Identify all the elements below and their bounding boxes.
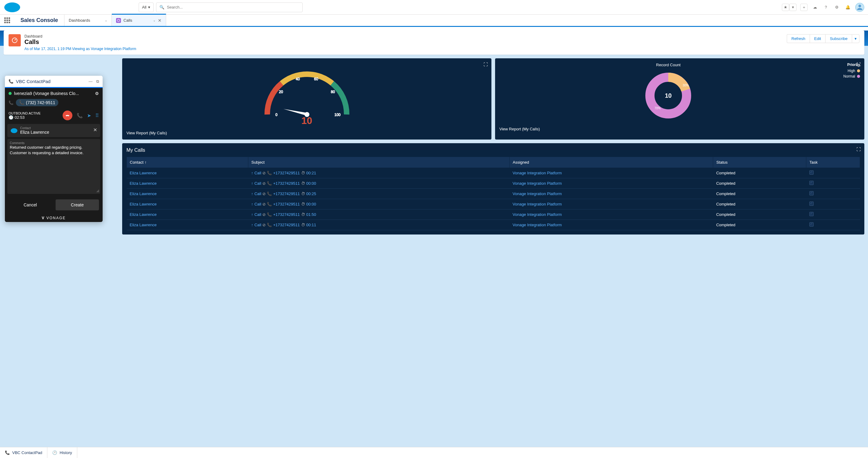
phone-icon: 📞: [5, 450, 10, 452]
cancel-button[interactable]: Cancel: [8, 199, 52, 210]
edit-button[interactable]: Edit: [810, 34, 825, 43]
utility-contactpad[interactable]: 📞 VBC ContactPad: [0, 447, 47, 452]
expand-icon[interactable]: ⛶: [484, 62, 488, 67]
chevron-down-icon[interactable]: ⌄: [153, 19, 155, 22]
status-cell: Completed: [713, 189, 806, 199]
add-icon[interactable]: ＋: [800, 4, 808, 11]
subject-cell[interactable]: ↑ Call ⊘📞+17327429511 ⏱ 00:00: [251, 181, 506, 186]
subject-cell[interactable]: ↑ Call ⊘📞+17327429511 ⏱ 00:11: [251, 223, 506, 227]
svg-point-2: [12, 4, 18, 9]
contact-link[interactable]: Eliza Lawrence: [130, 202, 157, 206]
search-scope[interactable]: All ▾: [139, 2, 154, 12]
contact-link[interactable]: Eliza Lawrence: [130, 212, 157, 217]
contact-link[interactable]: Eliza Lawrence: [130, 171, 157, 175]
contact-link[interactable]: Eliza Lawrence: [130, 191, 157, 196]
dialpad-icon[interactable]: ⠿: [95, 113, 99, 119]
svg-text:10: 10: [665, 92, 672, 99]
contactpad-panel: 📞 VBC ContactPad — ⧉ lvenezia9 (Vonage B…: [5, 76, 103, 222]
resize-handle-icon[interactable]: ◢: [96, 188, 99, 193]
call-status-label: OUTBOUND ACTIVE: [8, 111, 41, 115]
assigned-link[interactable]: Vonage Integration Platform: [513, 212, 562, 217]
table-header[interactable]: Contact ↑: [127, 157, 248, 168]
comments-box[interactable]: Comments Returned customer call regardin…: [7, 139, 100, 194]
minimize-icon[interactable]: —: [89, 79, 93, 84]
table-row: Eliza Lawrence↑ Call ⊘📞+17327429511 ⏱ 00…: [127, 189, 860, 199]
assigned-link[interactable]: Vonage Integration Platform: [513, 181, 562, 186]
more-actions-button[interactable]: ▾: [852, 34, 860, 43]
app-launcher-icon: [4, 18, 10, 23]
tab-dashboards[interactable]: Dashboards ⌄: [64, 15, 112, 26]
expand-icon[interactable]: ⛶: [857, 147, 861, 152]
svg-text:60: 60: [314, 77, 318, 81]
view-report-link[interactable]: View Report (My Calls): [499, 127, 860, 131]
expand-icon[interactable]: ⛶: [857, 62, 861, 67]
chevron-down-icon: ▾: [148, 5, 150, 9]
contact-link[interactable]: Eliza Lawrence: [130, 223, 157, 227]
comments-text[interactable]: Returned customer call regarding pricing…: [10, 145, 98, 156]
global-search[interactable]: 🔍: [156, 2, 303, 12]
setup-icon[interactable]: ☁: [811, 4, 818, 11]
page-meta: As of Mar 17, 2021, 1:19 PM·Viewing as V…: [25, 47, 136, 51]
assigned-link[interactable]: Vonage Integration Platform: [513, 191, 562, 196]
table-row: Eliza Lawrence↑ Call ⊘📞+17327429511 ⏱ 00…: [127, 220, 860, 230]
task-checkbox[interactable]: [809, 170, 814, 175]
status-cell: Completed: [713, 220, 806, 230]
assigned-link[interactable]: Vonage Integration Platform: [513, 202, 562, 206]
phone-number-pill[interactable]: 📞 (732) 742-9511: [16, 99, 58, 106]
phone-outline-icon: 📞: [8, 100, 13, 105]
view-report-link[interactable]: View Report (My Calls): [126, 131, 487, 135]
task-checkbox[interactable]: [809, 181, 814, 185]
gear-icon[interactable]: ⚙: [95, 91, 99, 96]
create-button[interactable]: Create: [56, 199, 99, 210]
subject-cell[interactable]: ↑ Call ⊘📞+17327429511 ⏱ 00:25: [251, 191, 506, 196]
table-header[interactable]: Status: [713, 157, 806, 168]
task-checkbox[interactable]: [809, 191, 814, 195]
assigned-link[interactable]: Vonage Integration Platform: [513, 171, 562, 175]
close-icon[interactable]: ✕: [158, 18, 161, 23]
popout-icon[interactable]: ⧉: [96, 79, 99, 84]
task-checkbox[interactable]: [809, 212, 814, 216]
app-launcher[interactable]: [0, 15, 14, 26]
chevron-down-icon[interactable]: ⌄: [93, 19, 107, 22]
subject-cell[interactable]: ↑ Call ⊘📞+17327429511 ⏱ 00:21: [251, 171, 506, 175]
close-icon[interactable]: ✕: [93, 127, 97, 133]
task-checkbox[interactable]: [809, 201, 814, 206]
table-header[interactable]: Subject: [248, 157, 509, 168]
comments-label: Comments: [10, 141, 98, 145]
svg-text:70%: 70%: [654, 106, 661, 110]
refresh-button[interactable]: Refresh: [787, 34, 810, 43]
subscribe-button[interactable]: Subscribe: [825, 34, 852, 43]
hangup-button[interactable]: [63, 110, 72, 120]
table-row: Eliza Lawrence↑ Call ⊘📞+17327429511 ⏱ 00…: [127, 199, 860, 209]
table-row: Eliza Lawrence↑ Call ⊘📞+17327429511 ⏱ 00…: [127, 178, 860, 189]
gauge-widget: ⛶ 0 20 40 60 80 100: [122, 58, 491, 139]
task-checkbox[interactable]: [809, 222, 814, 227]
call-timer: 🕐02:53: [8, 115, 41, 120]
dashboard-header-icon: [8, 34, 21, 46]
dashboard-icon: [116, 18, 121, 23]
favorites-dropdown-icon[interactable]: ▾: [789, 4, 797, 11]
table-header[interactable]: Assigned: [509, 157, 713, 168]
help-icon[interactable]: ?: [822, 4, 830, 11]
call-icon[interactable]: 📞: [77, 113, 83, 119]
table-header[interactable]: Task: [806, 157, 860, 168]
subject-cell[interactable]: ↑ Call ⊘📞+17327429511 ⏱ 01:50: [251, 212, 506, 217]
favorites-icon[interactable]: ★: [782, 4, 789, 11]
search-input[interactable]: [167, 5, 299, 9]
legend-item-high: High: [843, 69, 860, 73]
tab-calls[interactable]: Calls ⌄ ✕: [112, 14, 166, 26]
notification-icon[interactable]: 🔔: [844, 4, 851, 11]
transfer-icon[interactable]: ➤: [87, 113, 91, 119]
table-row: Eliza Lawrence↑ Call ⊘📞+17327429511 ⏱ 00…: [127, 168, 860, 178]
page-title: Calls: [25, 38, 136, 45]
app-nav: Sales Console Dashboards ⌄ Calls ⌄ ✕: [0, 15, 868, 27]
contact-link[interactable]: Eliza Lawrence: [130, 181, 157, 186]
page-header: Dashboard Calls As of Mar 17, 2021, 1:19…: [4, 31, 864, 55]
gear-icon[interactable]: ⚙: [833, 4, 840, 11]
user-avatar[interactable]: [855, 3, 864, 12]
contact-card[interactable]: Contact Eliza Lawrence ✕: [7, 124, 100, 137]
subject-cell[interactable]: ↑ Call ⊘📞+17327429511 ⏱ 00:00: [251, 202, 506, 206]
svg-text:80: 80: [331, 90, 335, 94]
utility-history[interactable]: 🕐 History: [47, 447, 77, 452]
assigned-link[interactable]: Vonage Integration Platform: [513, 223, 562, 227]
